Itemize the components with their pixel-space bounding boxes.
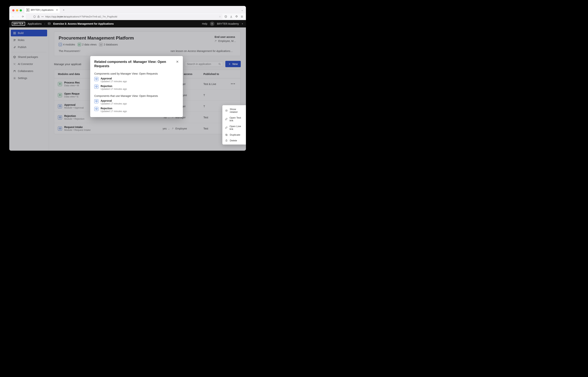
svg-rect-3: [48, 23, 50, 24]
nav-forward-button[interactable]: →: [17, 15, 19, 18]
nav-reload-button[interactable]: ⟳: [22, 15, 24, 18]
component-updated: Updated 17 minutes ago: [101, 88, 127, 90]
menu-icon[interactable]: [240, 15, 243, 18]
svg-rect-0: [38, 16, 39, 17]
module-icon: [94, 99, 98, 103]
brand-logo[interactable]: BRYTER: [12, 22, 25, 26]
svg-rect-26: [226, 134, 227, 135]
component-item[interactable]: ApprovalUpdated 17 minutes ago: [94, 99, 179, 105]
window-close-button[interactable]: [12, 9, 14, 12]
modal-close-button[interactable]: ✕: [176, 60, 179, 69]
component-item[interactable]: ApprovalUpdated 17 minutes ago: [94, 77, 179, 83]
window-minimize-button[interactable]: [16, 9, 18, 12]
svg-rect-25: [226, 134, 227, 136]
lock-icon: [37, 15, 40, 18]
breadcrumb-applications[interactable]: Applications: [28, 22, 42, 25]
bookmark-icon[interactable]: ☆: [219, 15, 221, 18]
modal-title: Related components of: Manager View: Ope…: [94, 60, 172, 69]
browser-tab[interactable]: B BRYTER | Applications ✕: [24, 7, 60, 13]
compass-icon: [225, 109, 228, 112]
tab-title: BRYTER | Applications: [31, 9, 53, 11]
link-icon: [225, 118, 228, 120]
related-components-modal: Related components of: Manager View: Ope…: [90, 56, 183, 117]
new-tab-button[interactable]: ＋: [61, 8, 66, 12]
row-context-menu: Show related Open Test link Open Live li…: [222, 105, 246, 144]
pocket-icon[interactable]: [224, 15, 227, 18]
component-name: Approval: [101, 77, 127, 80]
ctx-open-test-link[interactable]: Open Test link: [222, 115, 246, 123]
browser-window: B BRYTER | Applications ✕ ＋ ⌄ ← → ⟳ http…: [9, 6, 246, 151]
svg-point-24: [226, 110, 228, 112]
module-icon: [94, 85, 98, 89]
trash-icon: [225, 139, 228, 142]
chevron-down-icon[interactable]: ▼: [241, 23, 243, 25]
ctx-delete[interactable]: Delete: [222, 138, 246, 143]
component-item[interactable]: RejectionUpdated 17 minutes ago: [94, 85, 179, 90]
component-updated: Updated 17 minutes ago: [101, 110, 127, 113]
chevron-right-icon: ›: [44, 22, 45, 25]
modal-section-uses: Components that use Manager View: Open R…: [94, 94, 179, 97]
component-name: Approval: [101, 99, 127, 102]
url-field[interactable]: https://app.bryter.io/applications/Y7bPd…: [26, 14, 223, 20]
modal-section-used-by: Components used by Manager View: Open Re…: [94, 72, 179, 75]
nav-back-button[interactable]: ←: [12, 15, 14, 18]
extensions-icon[interactable]: [235, 15, 238, 18]
component-updated: Updated 17 minutes ago: [101, 80, 127, 83]
shield-icon: [33, 15, 36, 18]
component-updated: Updated 17 minutes ago: [101, 102, 127, 105]
ctx-show-related[interactable]: Show related: [222, 106, 246, 115]
window-zoom-button[interactable]: [20, 9, 22, 12]
link-icon: [225, 126, 228, 129]
tabs-dropdown-button[interactable]: ⌄: [239, 9, 246, 13]
component-name: Rejection: [101, 85, 127, 88]
breadcrumb-current[interactable]: Exercise 3: Access Management for Applic…: [53, 22, 114, 25]
component-item[interactable]: RejectionUpdated 17 minutes ago: [94, 107, 179, 113]
help-link[interactable]: Help: [202, 22, 207, 25]
svg-point-2: [43, 16, 43, 17]
module-icon: [94, 77, 98, 81]
ctx-open-live-link[interactable]: Open Live link: [222, 123, 246, 132]
downloads-icon[interactable]: [230, 15, 233, 18]
component-name: Rejection: [101, 107, 127, 110]
browser-address-bar: ← → ⟳ https://app.bryter.io/applications…: [9, 13, 246, 20]
app-header: BRYTER Applications › Exercise 3: Access…: [9, 20, 246, 27]
url-text: https://app.bryter.io/applications/Y7bPd…: [45, 15, 217, 18]
tab-close-button[interactable]: ✕: [56, 9, 58, 11]
permissions-icon[interactable]: [41, 15, 44, 18]
svg-point-1: [42, 16, 42, 17]
window-controls: [12, 9, 23, 13]
avatar[interactable]: B: [210, 22, 214, 26]
module-icon: [94, 107, 98, 111]
ctx-duplicate[interactable]: Duplicate: [222, 132, 246, 138]
app-icon: [48, 22, 51, 25]
org-name[interactable]: BRYTER Academy: [217, 22, 239, 25]
browser-tab-strip: B BRYTER | Applications ✕ ＋ ⌄: [9, 6, 246, 13]
copy-icon: [225, 134, 228, 136]
favicon-icon: B: [26, 9, 29, 12]
